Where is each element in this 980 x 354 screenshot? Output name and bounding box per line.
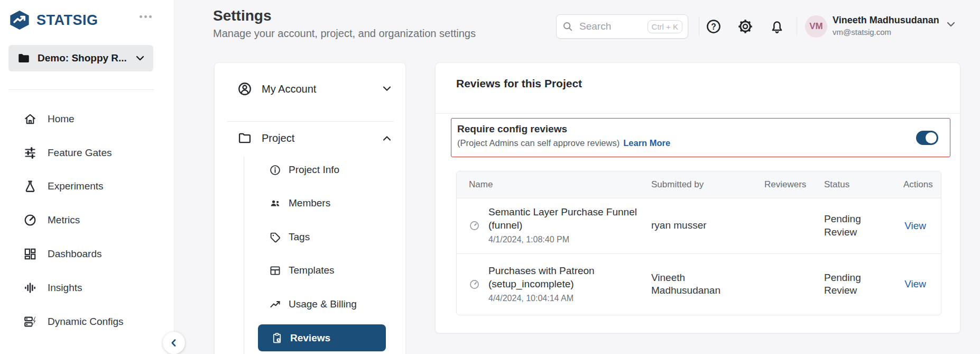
- require-reviews-toggle[interactable]: [916, 131, 938, 145]
- templates-icon: [269, 265, 281, 277]
- overflow-menu-icon[interactable]: [140, 15, 152, 18]
- table-row[interactable]: Semantic Layer Purchase Funnel (funnel) …: [457, 198, 941, 253]
- home-icon: [23, 112, 37, 126]
- nav-item-reviews[interactable]: Reviews: [258, 324, 386, 351]
- sidebar-item-home[interactable]: Home: [0, 107, 174, 131]
- config-timestamp: 4/1/2024, 1:08:40 PM: [488, 234, 642, 245]
- sidebar-item-dynamic-configs[interactable]: Dynamic Configs: [0, 310, 174, 333]
- help-button[interactable]: ?: [705, 17, 723, 35]
- config-gauge-icon: [469, 279, 480, 290]
- reviews-panel: Reviews for this Project Require config …: [435, 62, 960, 333]
- nav-item-project-info[interactable]: Project Info: [269, 159, 339, 180]
- user-avatar[interactable]: VM: [805, 15, 827, 38]
- search-box[interactable]: Ctrl + K: [556, 14, 688, 39]
- status: Pending Review: [824, 271, 874, 297]
- reviews-clipboard-icon: [271, 332, 283, 344]
- server-bolt-icon: [23, 315, 37, 329]
- nav-section-project[interactable]: Project: [215, 125, 405, 151]
- reviews-table: Name Submitted by Reviewers Status Actio…: [456, 171, 941, 315]
- dashboard-grid-icon: [23, 247, 37, 261]
- require-reviews-title: Require config reviews: [457, 123, 567, 135]
- card-divider: [227, 121, 394, 122]
- feature-gates-icon: [23, 146, 37, 160]
- trending-up-icon: [269, 298, 281, 311]
- table-row[interactable]: Purchases with Patreon (setup_incomplete…: [457, 253, 941, 315]
- require-reviews-note: (Project Admins can self approve reviews…: [457, 138, 620, 148]
- sidebar-item-label: Dashboards: [48, 248, 101, 260]
- view-link[interactable]: View: [904, 220, 926, 231]
- table-header-row: Name Submitted by Reviewers Status Actio…: [457, 171, 941, 198]
- nav-section-my-account[interactable]: My Account: [215, 76, 405, 102]
- nav-item-members[interactable]: Members: [269, 193, 330, 214]
- nav-item-label: Reviews: [290, 332, 330, 344]
- panel-divider: [436, 113, 960, 114]
- user-email: vm@statsig.com: [833, 28, 891, 37]
- page-title: Settings: [213, 7, 271, 24]
- column-header-reviewers: Reviewers: [756, 171, 816, 198]
- search-icon: [562, 21, 574, 32]
- waveform-icon: [23, 281, 37, 295]
- sidebar-item-label: Experiments: [48, 180, 104, 192]
- project-selector[interactable]: Demo: Shoppy R...: [8, 45, 153, 71]
- search-input[interactable]: [578, 20, 643, 33]
- flask-icon: [23, 179, 37, 193]
- nav-item-tags[interactable]: Tags: [269, 226, 310, 248]
- notifications-button[interactable]: [768, 17, 786, 35]
- chevron-up-icon: [382, 135, 392, 141]
- sidebar-item-label: Insights: [48, 282, 82, 294]
- page-subtitle: Manage your account, project, and organi…: [213, 28, 476, 40]
- sidebar-item-label: Metrics: [48, 214, 80, 226]
- nav-tree-line: [244, 156, 244, 354]
- sidebar-item-metrics[interactable]: Metrics: [0, 208, 174, 232]
- require-config-reviews-box: Require config reviews (Project Admins c…: [451, 118, 950, 157]
- config-timestamp: 4/4/2024, 10:04:14 AM: [488, 293, 642, 304]
- config-name: Semantic Layer Purchase Funnel (funnel): [488, 206, 642, 232]
- bell-icon: [769, 19, 785, 34]
- panel-title: Reviews for this Project: [456, 77, 582, 90]
- members-icon: [269, 197, 281, 210]
- learn-more-link[interactable]: Learn More: [623, 138, 670, 148]
- avatar-initials: VM: [809, 21, 823, 32]
- user-menu-chevron-icon[interactable]: [946, 21, 956, 28]
- sidebar-item-dashboards[interactable]: Dashboards: [0, 242, 174, 266]
- sidebar-item-label: Feature Gates: [48, 147, 112, 159]
- svg-text:?: ?: [711, 22, 716, 31]
- gear-icon: [737, 19, 753, 34]
- sidebar-item-insights[interactable]: Insights: [0, 276, 174, 299]
- sidebar-item-experiments[interactable]: Experiments: [0, 175, 174, 198]
- project-selector-label: Demo: Shoppy R...: [38, 52, 128, 64]
- nav-item-label: Templates: [289, 265, 335, 276]
- sidebar-item-feature-gates[interactable]: Feature Gates: [0, 141, 174, 165]
- statsig-logo[interactable]: STATSIG: [8, 10, 98, 30]
- status: Pending Review: [824, 213, 874, 239]
- nav-item-label: Usage & Billing: [289, 298, 357, 310]
- account-circle-icon: [237, 81, 252, 96]
- gauge-icon: [23, 213, 37, 227]
- statsig-hexagon-icon: [8, 10, 31, 30]
- chevron-left-icon: [169, 338, 179, 348]
- require-reviews-subtitle: (Project Admins can self approve reviews…: [457, 138, 670, 148]
- sidebar-divider: [8, 89, 154, 90]
- user-name: Vineeth Madhusudanan: [833, 15, 939, 26]
- chevron-down-icon: [382, 86, 392, 92]
- column-header-status: Status: [816, 171, 895, 198]
- config-name: Purchases with Patreon (setup_incomplete…: [488, 265, 642, 291]
- settings-button[interactable]: [736, 17, 754, 35]
- brand-name: STATSIG: [36, 12, 98, 29]
- folder-icon: [17, 51, 31, 65]
- view-link[interactable]: View: [904, 278, 926, 289]
- nav-item-label: Project Info: [289, 164, 339, 176]
- sidebar-item-label: Home: [48, 113, 75, 125]
- help-icon: ?: [706, 19, 722, 34]
- submitted-by: ryan musser: [651, 219, 707, 232]
- nav-item-templates[interactable]: Templates: [269, 260, 335, 281]
- toggle-knob: [926, 132, 937, 143]
- nav-item-usage-billing[interactable]: Usage & Billing: [269, 294, 357, 315]
- nav-item-label: Members: [289, 197, 330, 209]
- column-header-submitted-by: Submitted by: [643, 171, 756, 198]
- sidebar-item-label: Dynamic Configs: [48, 316, 124, 328]
- column-header-name: Name: [457, 171, 643, 198]
- chevron-down-icon: [135, 55, 145, 61]
- sidebar-collapse-button[interactable]: [163, 332, 185, 354]
- topbar-divider: [699, 16, 699, 37]
